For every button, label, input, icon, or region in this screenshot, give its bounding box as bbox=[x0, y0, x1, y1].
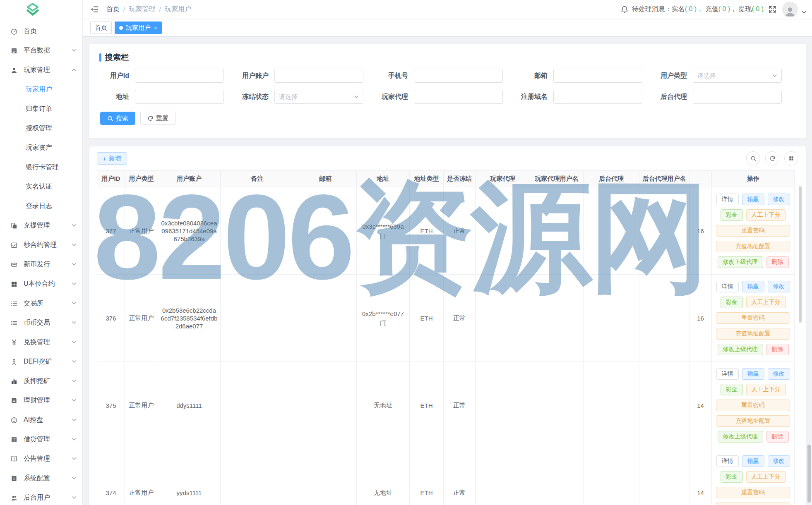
breadcrumb-item-0[interactable]: 首页 bbox=[106, 5, 120, 14]
tab-0[interactable]: 首页 bbox=[90, 22, 112, 34]
action-人工上下分-button[interactable]: 人工上下分 bbox=[746, 471, 786, 483]
action-修改-button[interactable]: 修改 bbox=[768, 194, 790, 205]
action-人工上下分-button[interactable]: 人工上下分 bbox=[746, 297, 786, 308]
action-删除-button[interactable]: 删除 bbox=[766, 431, 789, 443]
action-修改上级代理-button[interactable]: 修改上级代理 bbox=[718, 344, 763, 355]
search-field-input[interactable] bbox=[274, 69, 363, 83]
search-field-1-0: 地址 bbox=[99, 90, 224, 104]
action-充值地址配置-button[interactable]: 充值地址配置 bbox=[716, 328, 790, 340]
cell-user-id: 374 bbox=[97, 449, 125, 505]
search-field-input[interactable] bbox=[553, 90, 642, 104]
tab-1[interactable]: 玩家用户× bbox=[115, 22, 162, 34]
action-充值地址配置-button[interactable]: 充值地址配置 bbox=[716, 503, 790, 505]
sidebar-item-15[interactable]: 公告管理 bbox=[0, 449, 82, 469]
user-menu-caret-icon[interactable] bbox=[802, 11, 806, 14]
sidebar-subitem-4[interactable]: 银行卡管理 bbox=[0, 158, 82, 177]
sidebar-item-10[interactable]: DEFI挖矿 bbox=[0, 352, 82, 371]
sidebar-item-6[interactable]: U本位合约 bbox=[0, 274, 82, 294]
search-field-select[interactable]: 请选择 bbox=[693, 69, 782, 83]
action-输赢-button[interactable]: 输赢 bbox=[742, 281, 764, 292]
table-vertical-scrollbar[interactable] bbox=[799, 186, 802, 323]
platform-data-icon bbox=[10, 47, 18, 55]
sidebar-item-3[interactable]: 充提管理 bbox=[0, 216, 82, 235]
add-button[interactable]: + 新增 bbox=[97, 152, 127, 165]
sidebar-item-16[interactable]: 系统配置 bbox=[0, 469, 82, 488]
sidebar-subitem-5[interactable]: 实名认证 bbox=[0, 177, 82, 196]
copy-icon[interactable] bbox=[358, 320, 408, 326]
sidebar-subitem-6[interactable]: 登录日志 bbox=[0, 196, 82, 216]
action-彩金-button[interactable]: 彩金 bbox=[721, 471, 743, 483]
sidebar-item-8[interactable]: 币币交易 bbox=[0, 313, 82, 333]
user-avatar[interactable] bbox=[782, 2, 798, 17]
sidebar-item-0[interactable]: 首页 bbox=[0, 22, 82, 41]
sidebar-item-label: 系统配置 bbox=[24, 474, 72, 483]
sidebar-item-4[interactable]: 秒合约管理 bbox=[0, 235, 82, 255]
sidebar-item-14[interactable]: 借贷管理 bbox=[0, 430, 82, 449]
action-详情-button[interactable]: 详情 bbox=[716, 455, 739, 467]
table-columns-button[interactable] bbox=[784, 151, 798, 165]
sidebar-item-7[interactable]: 交易所 bbox=[0, 294, 82, 313]
reset-button[interactable]: 重置 bbox=[140, 112, 175, 125]
search-field-input[interactable] bbox=[135, 69, 224, 83]
action-修改上级代理-button[interactable]: 修改上级代理 bbox=[718, 431, 763, 443]
action-人工上下分-button[interactable]: 人工上下分 bbox=[746, 384, 786, 395]
action-重置密码-button[interactable]: 重置密码 bbox=[716, 312, 790, 324]
action-详情-button[interactable]: 详情 bbox=[716, 194, 739, 205]
action-充值地址配置-button[interactable]: 充值地址配置 bbox=[716, 415, 790, 427]
action-输赢-button[interactable]: 输赢 bbox=[742, 368, 764, 380]
breadcrumb-item-1[interactable]: 玩家管理 bbox=[129, 5, 155, 14]
action-修改-button[interactable]: 修改 bbox=[768, 281, 790, 292]
sidebar-subitem-3[interactable]: 玩家资产 bbox=[0, 138, 82, 158]
search-form-row-0: 用户Id用户账户手机号邮箱用户类型请选择 bbox=[99, 69, 797, 83]
search-field-select[interactable]: 请选择 bbox=[274, 90, 363, 104]
tab-close-icon[interactable]: × bbox=[154, 25, 157, 31]
action-删除-button[interactable]: 删除 bbox=[766, 256, 789, 268]
action-输赢-button[interactable]: 输赢 bbox=[742, 455, 764, 467]
table-refresh-button[interactable] bbox=[765, 151, 779, 165]
action-彩金-button[interactable]: 彩金 bbox=[721, 297, 743, 308]
search-button[interactable]: 搜索 bbox=[100, 112, 135, 125]
sidebar-item-12[interactable]: 理财管理 bbox=[0, 391, 82, 410]
sidebar-item-5[interactable]: 新币发行 bbox=[0, 255, 82, 274]
sidebar-item-17[interactable]: 后台用户 bbox=[0, 488, 82, 505]
action-删除-button[interactable]: 删除 bbox=[766, 344, 789, 355]
action-输赢-button[interactable]: 输赢 bbox=[742, 194, 764, 205]
column-header-11: 后台代理用户名 bbox=[639, 171, 689, 187]
sidebar-subitem-2[interactable]: 授权管理 bbox=[0, 119, 82, 138]
search-field-input[interactable] bbox=[135, 90, 224, 104]
sidebar-subitem-1[interactable]: 归集订单 bbox=[0, 99, 82, 119]
action-重置密码-button[interactable]: 重置密码 bbox=[716, 400, 790, 411]
sidebar-item-9[interactable]: 兑换管理 bbox=[0, 333, 82, 352]
notification-bell-icon[interactable] bbox=[620, 5, 629, 14]
sidebar-collapse-icon[interactable] bbox=[90, 5, 99, 14]
action-人工上下分-button[interactable]: 人工上下分 bbox=[746, 209, 786, 221]
sidebar-item-2[interactable]: 玩家管理 bbox=[0, 60, 82, 80]
action-详情-button[interactable]: 详情 bbox=[716, 281, 739, 292]
action-彩金-button[interactable]: 彩金 bbox=[721, 384, 743, 395]
page-scrollbar[interactable] bbox=[807, 445, 811, 503]
search-field-label: 邮箱 bbox=[518, 72, 548, 80]
search-field-input[interactable] bbox=[553, 69, 642, 83]
search-field-input[interactable] bbox=[414, 69, 503, 83]
cell-extra: 14 bbox=[689, 362, 712, 449]
breadcrumb-item-2[interactable]: 玩家用户 bbox=[165, 5, 191, 14]
action-修改上级代理-button[interactable]: 修改上级代理 bbox=[718, 256, 763, 268]
message-count-1: ( 0 ) bbox=[718, 5, 730, 12]
action-彩金-button[interactable]: 彩金 bbox=[721, 209, 743, 221]
action-修改-button[interactable]: 修改 bbox=[768, 455, 790, 467]
search-field-input[interactable] bbox=[693, 90, 782, 104]
copy-icon[interactable] bbox=[358, 233, 408, 239]
fullscreen-icon[interactable] bbox=[769, 5, 776, 13]
search-field-input[interactable] bbox=[414, 90, 503, 104]
table-search-toggle-button[interactable] bbox=[746, 151, 760, 165]
action-详情-button[interactable]: 详情 bbox=[716, 368, 739, 380]
sidebar-item-13[interactable]: AI控盘 bbox=[0, 410, 82, 430]
action-充值地址配置-button[interactable]: 充值地址配置 bbox=[716, 241, 790, 252]
sidebar-subitem-0[interactable]: 玩家用户 bbox=[0, 80, 82, 99]
sidebar-item-11[interactable]: 质押挖矿 bbox=[0, 371, 82, 391]
app-logo[interactable] bbox=[0, 0, 82, 22]
action-重置密码-button[interactable]: 重置密码 bbox=[716, 487, 790, 498]
sidebar-item-1[interactable]: 平台数据 bbox=[0, 41, 82, 60]
action-修改-button[interactable]: 修改 bbox=[768, 368, 790, 380]
action-重置密码-button[interactable]: 重置密码 bbox=[716, 225, 790, 237]
